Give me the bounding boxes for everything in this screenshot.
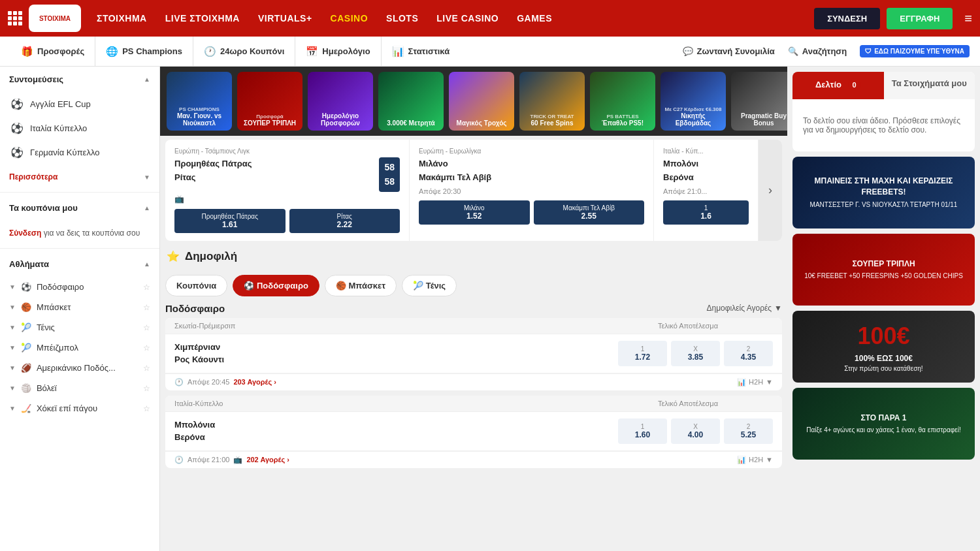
search-btn[interactable]: 🔍 Αναζήτηση (788, 46, 847, 56)
sidebar-item-england[interactable]: ⚽ Αγγλία EFL Cup (0, 92, 159, 116)
meta-left-2: 🕐 Απόψε 21:00 📺 202 Αγορές › (174, 456, 289, 464)
banner-para1[interactable]: ΣΤΟ ΠΑΡΑ 1 Παίξε 4+ αγώνες και αν χάσεις… (792, 388, 975, 460)
sport-row-volleyball[interactable]: ▼ 🏐 Βόλεϊ ☆ (0, 378, 159, 398)
basketball-tab-icon: 🏀 (336, 281, 349, 291)
nav-calendar[interactable]: 📅 Ημερολόγιο (295, 37, 381, 66)
more-header[interactable]: Περισσότερα ▼ (0, 165, 159, 189)
match-table-2: Ιταλία-Κύπελλο Τελικό Αποτέλεσμα Μπολόνι… (165, 396, 782, 468)
tab-coupons[interactable]: Κουπόνια (165, 275, 227, 296)
hamburger-button[interactable]: ≡ (964, 11, 972, 26)
register-button[interactable]: ΕΓΓΡΑΦΗ (887, 8, 953, 29)
shortcuts-header[interactable]: Συντομεύσεις ▲ (0, 67, 159, 92)
banner-100[interactable]: 100€ 100% ΕΩΣ 100€ Στην πρώτη σου κατάθε… (792, 311, 975, 383)
soccer-icon-sidebar: ⚽ (21, 282, 31, 292)
sport-row-soccer[interactable]: ▼ ⚽ Ποδόσφαιρο ☆ (0, 277, 159, 297)
popular-header: ⭐ Δημοφιλή (165, 245, 782, 268)
odd-btn-2-2[interactable]: Μακάμπι Τελ Αβίβ 2.55 (534, 200, 645, 225)
promo-card-4[interactable]: Μαγικός Τροχός (449, 72, 514, 131)
tab-basketball[interactable]: 🏀 Μπάσκετ (325, 275, 397, 296)
sport-row-baseball[interactable]: ▼ 🎾 Μπέιζμπολ ☆ (0, 338, 159, 358)
promo-label: Μαν. Γιουν. vs Νιούκαστλ (171, 112, 228, 127)
login-link[interactable]: Σύνδεση (9, 228, 41, 238)
star-icon-6[interactable]: ☆ (143, 384, 150, 393)
expand-icon: ▼ (9, 283, 16, 291)
login-button[interactable]: ΣΥΝΔΕΣΗ (814, 8, 880, 29)
odd-2-x[interactable]: Χ 4.00 (671, 418, 720, 444)
sport-row-basketball[interactable]: ▼ 🏀 Μπάσκετ ☆ (0, 297, 159, 317)
sidebar-item-italy[interactable]: ⚽ Ιταλία Κύπελλο (0, 116, 159, 140)
odd-2-2[interactable]: 2 5.25 (724, 418, 773, 444)
star-icon-2[interactable]: ☆ (143, 303, 150, 312)
banner-triple[interactable]: ΣΟΥΠΕΡ ΤΡΙΠΛΗ 10€ FREEBET +50 FREESPINS … (792, 234, 975, 306)
grid-icon[interactable] (8, 11, 22, 25)
promo-card-7[interactable]: Με C27 Κέρδισε €6.308 Νικητής Εβδομάδας (661, 72, 726, 131)
odd-btn-3-1[interactable]: 1 1.6 (663, 200, 749, 225)
sidebar-item-germany[interactable]: ⚽ Γερμανία Κύπελλο (0, 140, 159, 165)
sport-row-hockey[interactable]: ▼ 🏒 Χόκεϊ επί πάγου ☆ (0, 398, 159, 418)
star-icon-4[interactable]: ☆ (143, 343, 150, 353)
nav-24h-coupon[interactable]: 🕐 24ωρο Κουπόνι (193, 37, 295, 66)
globe-icon: 🌐 (106, 46, 118, 57)
banner-ps-champions[interactable]: ΜΠΑΙΝΕΙΣ ΣΤΗ ΜΑΧΗ ΚΑΙ ΚΕΡΔΙΖΕΙΣ FREEBETS… (792, 157, 975, 228)
star-icon-7[interactable]: ☆ (143, 404, 150, 413)
nav-virtuals[interactable]: VIRTUALS+ (258, 13, 312, 24)
promo-card-2[interactable]: Ημερολόγιο Προσφορών (308, 72, 373, 131)
tv-icon-1[interactable]: 📺 (174, 195, 400, 204)
bet-slip-tab-my-bets[interactable]: Τα Στοιχήματά μου (884, 72, 975, 99)
nav-prosfores[interactable]: 🎁 Προσφορές (10, 37, 95, 66)
odd-btn-1-2[interactable]: Ρίτας 2.22 (289, 209, 400, 233)
star-icon[interactable]: ☆ (143, 283, 150, 292)
nav-ps-champions[interactable]: 🌐 PS Champions (95, 37, 193, 66)
odd-2-1[interactable]: 1 1.60 (618, 418, 667, 444)
promo-card-1[interactable]: Προσφορά ΣΟΥΠΕΡ ΤΡΙΠΛΗ (237, 72, 302, 131)
logo-area (8, 5, 81, 32)
odd-1-x[interactable]: Χ 3.85 (671, 341, 720, 366)
match-odds-1: 1 1.72 Χ 3.85 2 4.35 (618, 341, 773, 366)
promo-card-6[interactable]: PS BATTLES Έπαθλο PS5! (590, 72, 655, 131)
expand-icon-5: ▼ (9, 364, 16, 371)
nav-slots[interactable]: SLOTS (386, 13, 418, 24)
site-logo[interactable] (29, 5, 81, 32)
clock-icon: 🕐 (204, 46, 216, 57)
promo-card-3[interactable]: 3.000€ Μετρητά (378, 72, 444, 131)
markets-link-1[interactable]: 203 Αγορές › (233, 378, 276, 386)
sport-row-american-football[interactable]: ▼ 🏈 Αμερικάνικο Ποδός... ☆ (0, 358, 159, 378)
meta-left-1: 🕐 Απόψε 20:45 203 Αγορές › (174, 378, 276, 386)
meta-right-2[interactable]: 📊 H2H ▼ (737, 456, 773, 464)
tab-tennis[interactable]: 🎾 Τένις (402, 275, 457, 296)
sport-label-row: Ποδόσφαιρο Δημοφιλείς Αγορές ▼ (165, 303, 782, 314)
popular-markets-link[interactable]: Δημοφιλείς Αγορές ▼ (706, 304, 782, 313)
expand-icon-4: ▼ (9, 344, 16, 351)
promo-card-0[interactable]: PS CHAMPIONS Μαν. Γιουν. vs Νιούκαστλ (167, 72, 232, 131)
meta-right-1[interactable]: 📊 H2H ▼ (737, 378, 773, 386)
star-icon-5[interactable]: ☆ (143, 364, 150, 373)
promo-label-8: Pragmatic Buy Bonus (735, 112, 787, 127)
time-3: Απόψε 21:0... (663, 187, 749, 195)
nav-stoixima[interactable]: ΣΤΟΙΧΗΜΑ (97, 13, 147, 24)
promo-card-5[interactable]: TRICK OR TREAT 60 Free Spins (519, 72, 585, 131)
nav-games[interactable]: GAMES (517, 13, 552, 24)
promo-label-4: Μαγικός Τροχός (457, 119, 507, 127)
sport-label: Ποδόσφαιρο (165, 303, 225, 314)
sport-row-tennis[interactable]: ▼ 🎾 Τένις ☆ (0, 317, 159, 338)
live-matches-arrow[interactable]: › (759, 140, 782, 241)
odd-1-2[interactable]: 2 4.35 (724, 341, 773, 366)
nav-live[interactable]: LIVE ΣΤΟΙΧΗΜΑ (165, 13, 240, 24)
chevron-icon-2: ▼ (766, 456, 773, 464)
live-chat-btn[interactable]: 💬 Ζωντανή Συνομιλία (683, 46, 775, 56)
coupons-header[interactable]: Τα κουπόνια μου ▲ (0, 195, 159, 221)
promo-card-8[interactable]: Pragmatic Buy Bonus (731, 72, 787, 131)
nav-casino[interactable]: CASINO (331, 13, 368, 24)
sidebar: Συντομεύσεις ▲ ⚽ Αγγλία EFL Cup ⚽ Ιταλία… (0, 67, 160, 551)
league-1: Ευρώπη - Τσάμπιονς Λιγκ (174, 148, 400, 155)
markets-link-2[interactable]: 202 Αγορές › (246, 456, 289, 464)
tab-soccer[interactable]: ⚽ Ποδόσφαιρο (233, 275, 319, 296)
odd-btn-1-1[interactable]: Προμηθέας Πάτρας 1.61 (174, 209, 286, 233)
odd-1-1[interactable]: 1 1.72 (618, 341, 667, 366)
bet-slip-tab-active[interactable]: Δελτίο 0 (792, 72, 884, 99)
nav-stats[interactable]: 📊 Στατιστικά (382, 37, 461, 66)
sports-header[interactable]: Αθλήματα ▲ (0, 251, 159, 277)
star-icon-3[interactable]: ☆ (143, 323, 150, 332)
odd-btn-2-1[interactable]: Μιλάνο 1.52 (419, 200, 530, 225)
nav-livecasino[interactable]: LIVE CASINO (436, 13, 498, 24)
